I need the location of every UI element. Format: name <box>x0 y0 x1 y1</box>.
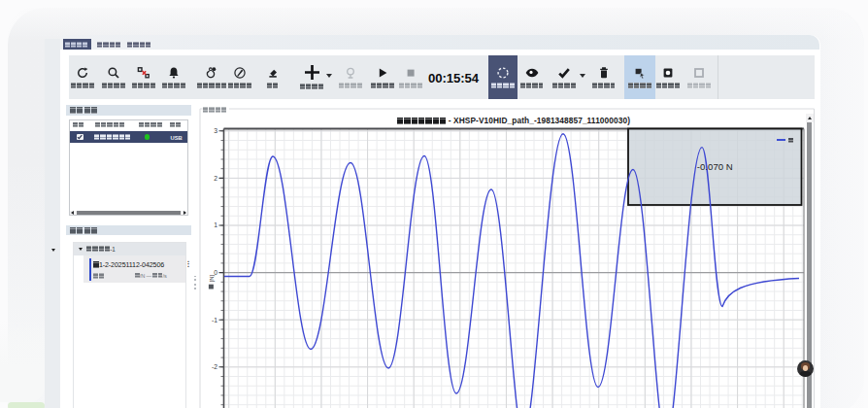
svg-text:2: 2 <box>214 175 217 182</box>
svg-text:0: 0 <box>214 269 217 276</box>
svg-text:1: 1 <box>214 221 217 228</box>
svg-text:[N]: [N] <box>209 275 215 283</box>
svg-text:-2: -2 <box>212 363 217 370</box>
svg-text:-1: -1 <box>212 317 217 323</box>
svg-text:3: 3 <box>214 127 217 134</box>
